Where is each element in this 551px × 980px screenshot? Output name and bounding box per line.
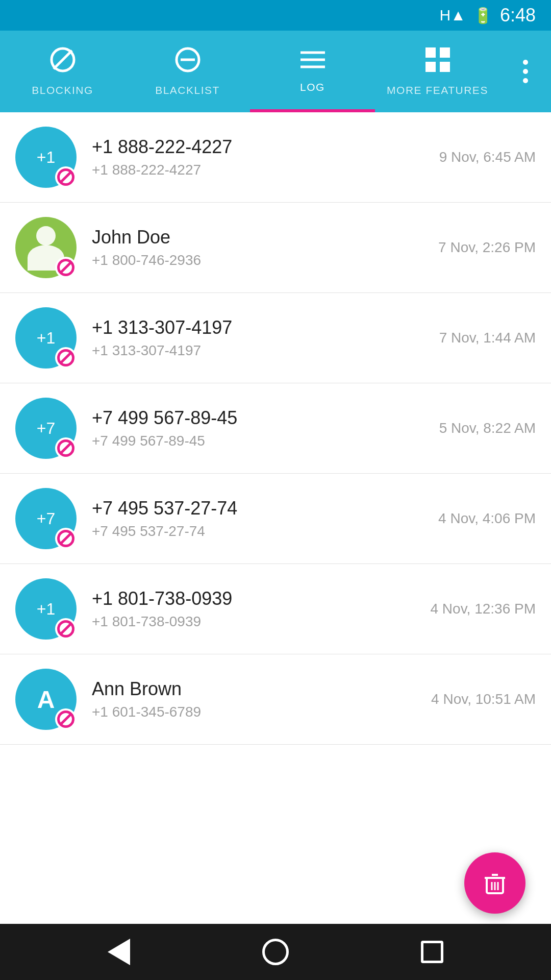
block-badge <box>55 708 77 730</box>
more-features-icon <box>424 46 451 78</box>
call-number: +1 888-222-4227 <box>92 162 429 178</box>
call-number: +1 801-738-0939 <box>92 614 420 630</box>
call-number: +1 800-746-2936 <box>92 252 428 268</box>
call-number: +7 499 567-89-45 <box>92 433 429 449</box>
block-badge <box>55 166 77 188</box>
call-info: +1 313-307-4197 +1 313-307-4197 <box>92 317 429 359</box>
avatar-wrapper <box>15 217 77 278</box>
recents-icon <box>421 941 443 963</box>
back-button[interactable] <box>98 932 139 972</box>
call-name: +1 801-738-0939 <box>92 588 420 609</box>
call-list: +1 +1 888-222-4227 +1 888-222-4227 9 Nov… <box>0 112 551 924</box>
call-item[interactable]: A Ann Brown +1 601-345-6789 4 Nov, 10:51… <box>0 654 551 745</box>
call-name: +7 495 537-27-74 <box>92 498 428 519</box>
avatar-wrapper: +1 <box>15 127 77 188</box>
block-badge <box>55 437 77 459</box>
svg-line-1 <box>54 51 72 69</box>
call-info: +7 499 567-89-45 +7 499 567-89-45 <box>92 407 429 449</box>
block-badge <box>55 528 77 549</box>
avatar-wrapper: A <box>15 669 77 730</box>
block-badge <box>55 347 77 369</box>
block-badge <box>55 257 77 278</box>
call-info: +1 888-222-4227 +1 888-222-4227 <box>92 136 429 178</box>
block-icon <box>57 168 74 186</box>
blocking-label: BLOCKING <box>32 84 93 96</box>
status-bar: H▲ 🔋 6:48 <box>0 0 551 31</box>
log-label: LOG <box>300 81 325 93</box>
svg-rect-8 <box>440 47 450 58</box>
nav-blacklist[interactable]: BLACKLIST <box>125 31 250 112</box>
call-time: 7 Nov, 2:26 PM <box>438 239 536 256</box>
nav-blocking[interactable]: BLOCKING <box>0 31 125 112</box>
overflow-icon <box>523 60 528 83</box>
call-name: +1 313-307-4197 <box>92 317 429 338</box>
signal-icon: H▲ <box>440 7 466 24</box>
svg-rect-9 <box>425 62 436 72</box>
call-time: 7 Nov, 1:44 AM <box>439 330 536 346</box>
home-button[interactable] <box>255 932 296 972</box>
nav-bar: BLOCKING BLACKLIST LOG <box>0 31 551 112</box>
trash-icon <box>482 870 508 896</box>
call-name: Ann Brown <box>92 678 421 700</box>
call-info: John Doe +1 800-746-2936 <box>92 227 428 268</box>
recents-button[interactable] <box>412 932 453 972</box>
call-time: 5 Nov, 8:22 AM <box>439 420 536 436</box>
block-badge <box>55 618 77 640</box>
call-time: 4 Nov, 4:06 PM <box>438 510 536 527</box>
call-name: +1 888-222-4227 <box>92 136 429 158</box>
block-icon <box>57 349 74 366</box>
block-icon <box>57 530 74 547</box>
call-item[interactable]: +1 +1 801-738-0939 +1 801-738-0939 4 Nov… <box>0 564 551 654</box>
call-number: +1 313-307-4197 <box>92 342 429 359</box>
battery-icon: 🔋 <box>473 7 492 24</box>
avatar-wrapper: +7 <box>15 398 77 459</box>
nav-more-features[interactable]: MORE FEATURES <box>375 31 500 112</box>
avatar-wrapper: +1 <box>15 307 77 369</box>
call-number: +1 601-345-6789 <box>92 704 421 720</box>
call-item[interactable]: +1 +1 888-222-4227 +1 888-222-4227 9 Nov… <box>0 112 551 203</box>
block-icon <box>57 439 74 457</box>
block-icon <box>57 259 74 276</box>
svg-rect-7 <box>425 47 436 58</box>
nav-overflow-menu[interactable] <box>500 31 551 112</box>
call-time: 9 Nov, 6:45 AM <box>439 149 536 165</box>
block-icon <box>57 710 74 728</box>
delete-fab[interactable] <box>464 852 525 914</box>
status-icons: H▲ 🔋 6:48 <box>440 5 536 26</box>
call-info: +1 801-738-0939 +1 801-738-0939 <box>92 588 420 630</box>
call-item[interactable]: John Doe +1 800-746-2936 7 Nov, 2:26 PM <box>0 203 551 293</box>
call-item[interactable]: +7 +7 499 567-89-45 +7 499 567-89-45 5 N… <box>0 383 551 474</box>
status-time: 6:48 <box>500 5 536 26</box>
nav-log[interactable]: LOG <box>250 31 375 112</box>
call-item[interactable]: +1 +1 313-307-4197 +1 313-307-4197 7 Nov… <box>0 293 551 383</box>
blocking-icon <box>49 46 76 78</box>
call-item[interactable]: +7 +7 495 537-27-74 +7 495 537-27-74 4 N… <box>0 474 551 564</box>
call-name: John Doe <box>92 227 428 248</box>
avatar-wrapper: +7 <box>15 488 77 549</box>
more-features-label: MORE FEATURES <box>387 84 488 96</box>
call-name: +7 499 567-89-45 <box>92 407 429 429</box>
log-icon <box>299 50 326 75</box>
home-icon <box>262 939 289 965</box>
back-icon <box>108 939 130 965</box>
avatar-wrapper: +1 <box>15 578 77 640</box>
bottom-nav <box>0 924 551 980</box>
blacklist-icon <box>174 46 201 78</box>
block-icon <box>57 620 74 638</box>
blacklist-label: BLACKLIST <box>155 84 220 96</box>
call-info: Ann Brown +1 601-345-6789 <box>92 678 421 720</box>
call-number: +7 495 537-27-74 <box>92 523 428 540</box>
call-time: 4 Nov, 12:36 PM <box>431 601 536 617</box>
call-time: 4 Nov, 10:51 AM <box>431 691 536 707</box>
call-info: +7 495 537-27-74 +7 495 537-27-74 <box>92 498 428 540</box>
svg-rect-10 <box>440 62 450 72</box>
